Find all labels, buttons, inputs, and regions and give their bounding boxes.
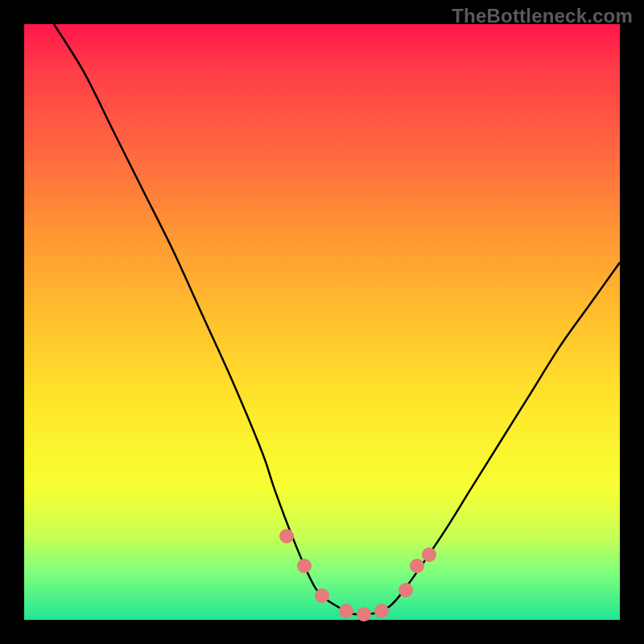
watermark-text: TheBottleneck.com xyxy=(452,5,633,27)
data-marker xyxy=(410,559,424,573)
data-marker xyxy=(315,588,329,603)
bottleneck-curve xyxy=(24,24,620,620)
data-marker xyxy=(339,604,353,618)
data-marker xyxy=(398,583,413,597)
data-marker xyxy=(422,547,436,562)
data-marker xyxy=(297,559,312,573)
plot-area xyxy=(24,24,620,620)
data-marker xyxy=(357,607,371,621)
data-marker xyxy=(374,604,389,618)
data-marker xyxy=(279,529,294,543)
